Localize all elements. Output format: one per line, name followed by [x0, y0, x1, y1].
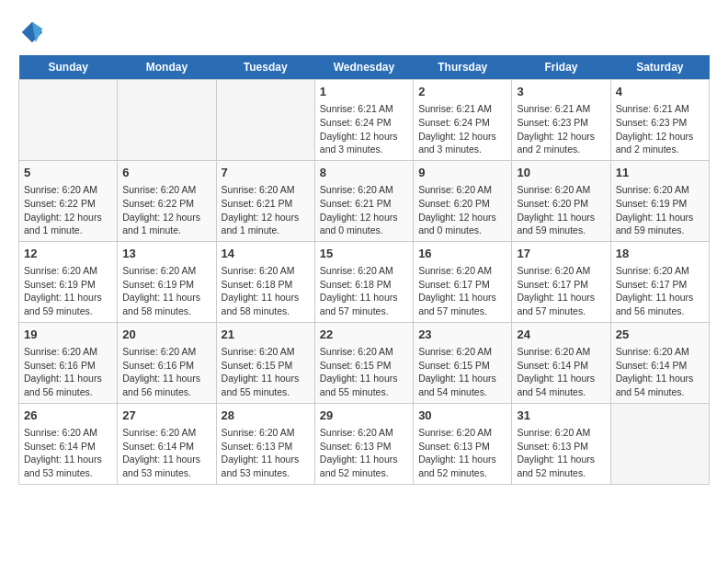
day-number: 1 — [320, 84, 408, 100]
day-number: 7 — [222, 165, 310, 181]
calendar-cell: 6Sunrise: 6:20 AMSunset: 6:22 PMDaylight… — [118, 160, 216, 241]
day-number: 20 — [122, 327, 210, 343]
day-detail: Sunset: 6:15 PM — [222, 359, 310, 373]
calendar-cell: 13Sunrise: 6:20 AMSunset: 6:19 PMDayligh… — [118, 241, 216, 322]
calendar-cell: 11Sunrise: 6:20 AMSunset: 6:19 PMDayligh… — [610, 160, 709, 241]
day-number: 19 — [24, 327, 112, 343]
calendar-cell: 1Sunrise: 6:21 AMSunset: 6:24 PMDaylight… — [314, 80, 413, 161]
calendar-cell: 21Sunrise: 6:20 AMSunset: 6:15 PMDayligh… — [216, 322, 314, 403]
calendar-cell: 29Sunrise: 6:20 AMSunset: 6:13 PMDayligh… — [314, 403, 413, 484]
calendar-cell: 19Sunrise: 6:20 AMSunset: 6:16 PMDayligh… — [19, 322, 118, 403]
day-detail: Sunrise: 6:20 AM — [122, 345, 210, 359]
day-detail: Sunset: 6:20 PM — [418, 197, 506, 211]
day-detail: Sunrise: 6:20 AM — [616, 183, 704, 197]
calendar-cell: 15Sunrise: 6:20 AMSunset: 6:18 PMDayligh… — [314, 241, 413, 322]
calendar-week-row: 12Sunrise: 6:20 AMSunset: 6:19 PMDayligh… — [19, 241, 710, 322]
calendar-cell: 28Sunrise: 6:20 AMSunset: 6:13 PMDayligh… — [216, 403, 314, 484]
day-number: 25 — [616, 327, 704, 343]
day-detail: Daylight: 11 hours and 52 minutes. — [418, 453, 506, 479]
day-number: 17 — [517, 246, 605, 262]
day-number: 6 — [122, 165, 210, 181]
day-number: 3 — [517, 84, 605, 100]
day-detail: Sunrise: 6:20 AM — [24, 345, 112, 359]
day-detail: Daylight: 11 hours and 52 minutes. — [320, 453, 408, 479]
day-detail: Daylight: 11 hours and 59 minutes. — [24, 291, 112, 317]
day-detail: Sunset: 6:17 PM — [517, 278, 605, 292]
day-detail: Sunset: 6:13 PM — [222, 440, 310, 454]
day-number: 14 — [222, 246, 310, 262]
day-detail: Sunrise: 6:20 AM — [320, 426, 408, 440]
day-detail: Daylight: 12 hours and 1 minute. — [122, 211, 210, 237]
day-detail: Daylight: 11 hours and 54 minutes. — [616, 372, 704, 398]
header-row: SundayMondayTuesdayWednesdayThursdayFrid… — [19, 55, 710, 80]
day-detail: Daylight: 11 hours and 58 minutes. — [222, 291, 310, 317]
calendar-cell: 8Sunrise: 6:20 AMSunset: 6:21 PMDaylight… — [314, 160, 413, 241]
calendar-cell: 9Sunrise: 6:20 AMSunset: 6:20 PMDaylight… — [414, 160, 512, 241]
calendar-cell: 25Sunrise: 6:20 AMSunset: 6:14 PMDayligh… — [610, 322, 709, 403]
day-number: 11 — [616, 165, 704, 181]
day-detail: Sunset: 6:23 PM — [517, 116, 605, 130]
day-detail: Sunrise: 6:20 AM — [320, 264, 408, 278]
day-detail: Sunset: 6:17 PM — [616, 278, 704, 292]
weekday-header: Monday — [118, 55, 216, 80]
day-detail: Sunrise: 6:20 AM — [418, 183, 506, 197]
day-number: 4 — [616, 84, 704, 100]
day-detail: Sunrise: 6:20 AM — [320, 345, 408, 359]
day-detail: Sunrise: 6:20 AM — [122, 264, 210, 278]
day-detail: Daylight: 11 hours and 54 minutes. — [517, 372, 605, 398]
day-detail: Sunset: 6:21 PM — [222, 197, 310, 211]
day-detail: Daylight: 11 hours and 53 minutes. — [24, 453, 112, 479]
day-detail: Daylight: 11 hours and 56 minutes. — [122, 372, 210, 398]
day-number: 24 — [517, 327, 605, 343]
day-detail: Sunrise: 6:21 AM — [320, 102, 408, 116]
day-number: 30 — [418, 408, 506, 424]
calendar-cell: 31Sunrise: 6:20 AMSunset: 6:13 PMDayligh… — [512, 403, 610, 484]
day-number: 2 — [418, 84, 506, 100]
day-number: 12 — [24, 246, 112, 262]
day-detail: Sunrise: 6:20 AM — [418, 345, 506, 359]
day-detail: Sunrise: 6:20 AM — [320, 183, 408, 197]
day-detail: Sunset: 6:13 PM — [418, 440, 506, 454]
day-number: 23 — [418, 327, 506, 343]
weekday-header: Thursday — [414, 55, 512, 80]
day-detail: Sunset: 6:20 PM — [517, 197, 605, 211]
day-detail: Sunset: 6:17 PM — [418, 278, 506, 292]
day-detail: Daylight: 12 hours and 2 minutes. — [517, 130, 605, 156]
calendar-cell — [118, 80, 216, 161]
calendar-cell: 3Sunrise: 6:21 AMSunset: 6:23 PMDaylight… — [512, 80, 610, 161]
day-detail: Sunset: 6:22 PM — [24, 197, 112, 211]
day-detail: Daylight: 11 hours and 58 minutes. — [122, 291, 210, 317]
day-detail: Sunrise: 6:20 AM — [616, 345, 704, 359]
day-detail: Daylight: 11 hours and 59 minutes. — [616, 211, 704, 237]
calendar-week-row: 5Sunrise: 6:20 AMSunset: 6:22 PMDaylight… — [19, 160, 710, 241]
day-detail: Daylight: 12 hours and 3 minutes. — [418, 130, 506, 156]
day-detail: Daylight: 11 hours and 55 minutes. — [222, 372, 310, 398]
calendar-cell: 18Sunrise: 6:20 AMSunset: 6:17 PMDayligh… — [610, 241, 709, 322]
day-detail: Sunrise: 6:20 AM — [222, 264, 310, 278]
weekday-header: Sunday — [19, 55, 118, 80]
day-detail: Daylight: 11 hours and 53 minutes. — [122, 453, 210, 479]
day-detail: Daylight: 11 hours and 57 minutes. — [418, 291, 506, 317]
day-detail: Sunset: 6:18 PM — [222, 278, 310, 292]
day-detail: Sunrise: 6:20 AM — [222, 345, 310, 359]
weekday-header: Tuesday — [216, 55, 314, 80]
day-detail: Sunset: 6:14 PM — [616, 359, 704, 373]
day-number: 10 — [517, 165, 605, 181]
calendar-cell: 12Sunrise: 6:20 AMSunset: 6:19 PMDayligh… — [19, 241, 118, 322]
calendar-table: SundayMondayTuesdayWednesdayThursdayFrid… — [18, 55, 710, 485]
calendar-cell: 27Sunrise: 6:20 AMSunset: 6:14 PMDayligh… — [118, 403, 216, 484]
day-number: 29 — [320, 408, 408, 424]
day-detail: Sunset: 6:16 PM — [122, 359, 210, 373]
day-detail: Daylight: 11 hours and 55 minutes. — [320, 372, 408, 398]
day-detail: Daylight: 12 hours and 1 minute. — [24, 211, 112, 237]
day-number: 26 — [24, 408, 112, 424]
weekday-header: Wednesday — [314, 55, 413, 80]
day-detail: Sunrise: 6:20 AM — [418, 426, 506, 440]
day-number: 16 — [418, 246, 506, 262]
day-detail: Sunset: 6:18 PM — [320, 278, 408, 292]
day-detail: Daylight: 12 hours and 1 minute. — [222, 211, 310, 237]
day-detail: Sunrise: 6:20 AM — [24, 264, 112, 278]
weekday-header: Friday — [512, 55, 610, 80]
day-detail: Sunrise: 6:20 AM — [517, 345, 605, 359]
calendar-week-row: 19Sunrise: 6:20 AMSunset: 6:16 PMDayligh… — [19, 322, 710, 403]
